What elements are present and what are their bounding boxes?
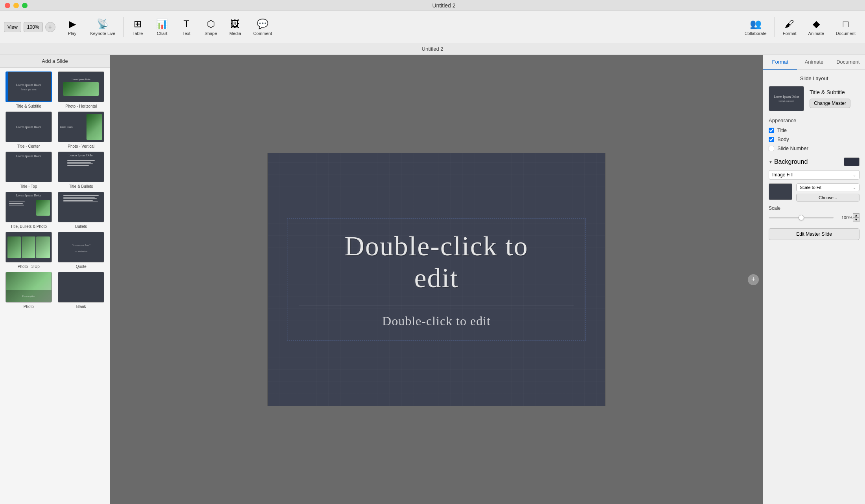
image-fill-select-row: Image Fill ⌄ bbox=[769, 170, 859, 180]
add-slide-button[interactable]: + bbox=[45, 22, 55, 32]
scale-up-button[interactable]: ▲ bbox=[853, 213, 859, 218]
slide-item-label: Bullets bbox=[75, 224, 87, 229]
slide-number-checkbox-label: Slide Number bbox=[777, 145, 808, 151]
slide-thumb-title-top[interactable]: Lorem Ipsum Dolor bbox=[6, 152, 52, 182]
animate-button[interactable]: ◆ Animate bbox=[803, 13, 830, 41]
minimize-button[interactable] bbox=[13, 3, 19, 8]
title-checkbox[interactable] bbox=[769, 128, 774, 133]
chart-button[interactable]: 📊 Chart bbox=[150, 13, 174, 41]
list-item[interactable]: Lorem Ipsum Dolor Title, Bullets & Photo bbox=[4, 192, 53, 229]
toolbar: View 100% + ▶ Play 📡 Keynote Live ⊞ Tabl… bbox=[0, 11, 865, 43]
scale-row: 100% ▲ ▼ bbox=[769, 213, 859, 222]
slide-number-checkbox[interactable] bbox=[769, 146, 774, 151]
slide-thumb-quote[interactable]: "type a quote here" — attribution bbox=[58, 232, 104, 262]
tab-format[interactable]: Format bbox=[763, 55, 797, 70]
canvas-add-button[interactable]: + bbox=[748, 274, 759, 285]
background-color-swatch[interactable] bbox=[844, 158, 859, 166]
slide-thumb-photo-3up[interactable] bbox=[6, 232, 52, 262]
thumb-bullet bbox=[63, 200, 93, 201]
select-arrow-icon-2: ⌄ bbox=[853, 185, 856, 190]
slide-thumb-title-bullets[interactable]: Lorem Ipsum Dolor bbox=[58, 152, 104, 182]
format-button[interactable]: 🖌 Format bbox=[777, 13, 802, 41]
comment-icon: 💬 bbox=[257, 18, 269, 29]
image-fill-select[interactable]: Image Fill ⌄ bbox=[769, 170, 859, 180]
choose-button[interactable]: Choose... bbox=[796, 194, 859, 202]
slide-thumb-photo[interactable]: Photo caption bbox=[6, 272, 52, 302]
chart-icon: 📊 bbox=[156, 18, 168, 29]
slide-thumb-bullets[interactable] bbox=[58, 192, 104, 222]
thumb-image-area bbox=[36, 200, 50, 216]
view-button[interactable]: View bbox=[4, 22, 21, 32]
list-item[interactable]: Lorem Ipsum Dolor format qua utem Title … bbox=[4, 71, 53, 108]
slide-thumb-title-center[interactable]: Lorem Ipsum Dolor bbox=[6, 112, 52, 142]
thumb-title-text: Lorem Ipsum Dolor bbox=[16, 83, 41, 87]
slide-item-label: Title & Bullets bbox=[69, 184, 93, 189]
animate-icon: ◆ bbox=[813, 18, 820, 29]
list-item[interactable]: Lorem Ipsum Dolor Title - Center bbox=[4, 112, 53, 148]
scale-down-button[interactable]: ▼ bbox=[853, 218, 859, 222]
title-bar: Untitled 2 bbox=[0, 0, 865, 11]
close-button[interactable] bbox=[5, 3, 10, 8]
photo-item-2 bbox=[22, 236, 35, 258]
thumb-bullet bbox=[67, 165, 89, 166]
list-item[interactable]: Bullets bbox=[57, 192, 106, 229]
thumb-attribution: — attribution bbox=[75, 250, 88, 253]
slide-panel: Add a Slide Lorem Ipsum Dolor format qua… bbox=[0, 55, 110, 504]
scale-to-fit-select[interactable]: Scale to Fit ⌄ bbox=[796, 183, 859, 191]
thumb-bullets bbox=[66, 159, 96, 167]
slide-content-area[interactable]: Double-click toedit Double-click to edit bbox=[287, 218, 586, 341]
thumb-subtitle-text: format qua utem bbox=[21, 88, 37, 91]
collaborate-button[interactable]: 👥 Collaborate bbox=[739, 13, 772, 41]
background-disclosure-arrow[interactable]: ▼ bbox=[769, 160, 773, 164]
text-button[interactable]: T Text bbox=[175, 13, 198, 41]
slide-thumb-title-subtitle[interactable]: Lorem Ipsum Dolor format qua utem bbox=[6, 71, 52, 102]
photo-item-1 bbox=[7, 236, 21, 258]
list-item[interactable]: "type a quote here" — attribution Quote bbox=[57, 232, 106, 269]
slide-thumb-title-bullets-photo[interactable]: Lorem Ipsum Dolor bbox=[6, 192, 52, 222]
main-title[interactable]: Double-click toedit bbox=[344, 231, 528, 294]
background-section: ▼ Background Image Fill ⌄ bbox=[769, 158, 859, 222]
list-item[interactable]: Photo - 3 Up bbox=[4, 232, 53, 269]
thumb-image-area bbox=[86, 114, 102, 140]
table-label: Table bbox=[133, 31, 143, 36]
play-button[interactable]: ▶ Play bbox=[61, 13, 84, 41]
comment-button[interactable]: 💬 Comment bbox=[248, 13, 278, 41]
list-item[interactable]: Lorem Ipsum Photo - Vertical bbox=[57, 112, 106, 148]
right-panel: Format Animate Document Slide Layout Lor… bbox=[763, 55, 865, 504]
subtitle[interactable]: Double-click to edit bbox=[299, 306, 574, 328]
appearance-label: Appearance bbox=[769, 117, 859, 123]
select-arrow-icon: ⌄ bbox=[853, 173, 856, 177]
list-item[interactable]: Lorem Ipsum Dolor Title - Top bbox=[4, 152, 53, 189]
list-item[interactable]: Blank bbox=[57, 272, 106, 309]
scale-section: Scale 100% ▲ ▼ bbox=[769, 205, 859, 222]
slide-item-label: Title & Subtitle bbox=[16, 104, 41, 108]
slide-grid: Lorem Ipsum Dolor format qua utem Title … bbox=[0, 68, 110, 313]
slide-thumb-photo-v[interactable]: Lorem Ipsum bbox=[58, 112, 104, 142]
tab-animate[interactable]: Animate bbox=[797, 55, 831, 70]
slide-item-label: Photo - Vertical bbox=[68, 144, 94, 148]
slide-thumb-blank[interactable] bbox=[58, 272, 104, 302]
zoom-button[interactable]: 100% bbox=[24, 22, 43, 32]
thumb-bullet bbox=[63, 195, 99, 196]
maximize-button[interactable] bbox=[22, 3, 28, 8]
list-item[interactable]: Photo caption Photo bbox=[4, 272, 53, 309]
tab-document[interactable]: Document bbox=[831, 55, 865, 70]
body-checkbox[interactable] bbox=[769, 137, 774, 142]
scale-slider[interactable] bbox=[769, 217, 834, 218]
change-master-button[interactable]: Change Master bbox=[810, 99, 850, 108]
list-item[interactable]: Lorem Ipsum Dolor Title & Bullets bbox=[57, 152, 106, 189]
slide-item-label: Photo - Horizontal bbox=[65, 104, 97, 108]
thumb-image-area bbox=[63, 82, 99, 96]
table-button[interactable]: ⊞ Table bbox=[126, 13, 149, 41]
slide-canvas[interactable]: Double-click toedit Double-click to edit bbox=[267, 153, 606, 406]
background-preview-thumb bbox=[769, 183, 792, 200]
shape-button[interactable]: ⬡ Shape bbox=[199, 13, 223, 41]
slide-thumb-photo-h[interactable]: Lorem Ipsum Dolor bbox=[58, 71, 104, 102]
scale-stepper: ▲ ▼ bbox=[853, 213, 859, 222]
keynote-live-button[interactable]: 📡 Keynote Live bbox=[85, 13, 121, 41]
media-button[interactable]: 🖼 Media bbox=[223, 13, 247, 41]
edit-master-slide-button[interactable]: Edit Master Slide bbox=[769, 228, 859, 240]
document-button[interactable]: □ Document bbox=[830, 13, 861, 41]
scale-to-fit-label: Scale to Fit bbox=[800, 185, 821, 190]
list-item[interactable]: Lorem Ipsum Dolor Photo - Horizontal bbox=[57, 71, 106, 108]
